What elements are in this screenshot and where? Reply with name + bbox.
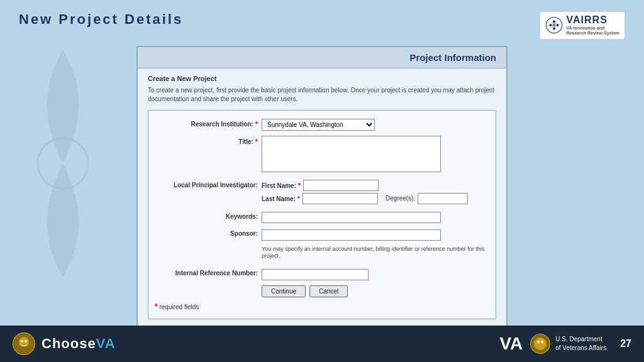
sponsor-label: Sponsor:: [155, 228, 262, 237]
ref-label: Internal Reference Number:: [155, 268, 262, 277]
degree-input[interactable]: [418, 193, 468, 204]
ref-note-field: You may specify an internal account numb…: [262, 246, 489, 263]
footer-right: VA U.S. Department of Veterans Affairs 2…: [499, 334, 631, 354]
logo-box: VAIRRS VA Innovation and Research Review…: [540, 11, 625, 40]
va-blue-text: VA: [96, 336, 116, 351]
svg-point-4: [552, 28, 555, 30]
svg-point-15: [534, 337, 547, 350]
ref-field: [262, 268, 489, 280]
main-content: Project Information Create a New Project…: [0, 46, 644, 327]
eagle-seal-icon: [13, 332, 35, 355]
keywords-label: Keywords:: [155, 211, 262, 220]
required-star-title: *: [255, 138, 258, 145]
form-description: To create a new project, first provide t…: [148, 86, 496, 104]
va-logo: VA: [499, 334, 523, 354]
degree-label: Degree(s):: [386, 195, 415, 202]
title-label: Title: *: [155, 136, 262, 145]
footer-dept: U.S. Department of Veterans Affairs: [530, 334, 606, 354]
dept-seal-svg: [530, 334, 550, 354]
svg-point-17: [541, 341, 543, 343]
svg-point-13: [25, 340, 27, 343]
logo-text-group: VAIRRS VA Innovation and Research Review…: [567, 14, 619, 36]
cancel-button[interactable]: Cancel: [309, 285, 348, 297]
title-textarea[interactable]: [262, 136, 441, 172]
page-footer: ChooseVA VA U.S. Department of Veterans …: [0, 326, 644, 362]
vairrs-logo-icon: [545, 16, 563, 34]
ref-row: Internal Reference Number:: [155, 268, 489, 280]
required-star-lastname: *: [297, 195, 300, 202]
choose-va-text: ChooseVA: [42, 336, 116, 352]
internal-ref-input[interactable]: [262, 269, 369, 280]
lpi-label: Local Principal Investigator:: [155, 180, 262, 189]
ref-note-row: You may specify an internal account numb…: [155, 246, 489, 263]
page-title: New Project Details: [19, 11, 183, 28]
last-name-input[interactable]: [303, 193, 378, 204]
form-subtitle: Create a New Project: [148, 75, 496, 82]
button-row: Continue Cancel: [262, 285, 489, 297]
form-inner: Research Institution: * Sunnydale VA, Wa…: [148, 110, 496, 319]
eagle-svg: [13, 332, 35, 355]
keywords-field: [262, 211, 489, 224]
ref-note-spacer: [155, 246, 262, 248]
firstname-label: First Name: *: [262, 182, 301, 189]
svg-point-16: [537, 341, 540, 343]
svg-point-2: [556, 24, 558, 26]
logo-sub1: VA Innovation and: [567, 26, 619, 31]
sponsor-input[interactable]: [262, 229, 441, 241]
form-outer: Project Information Create a New Project…: [136, 46, 508, 327]
research-institution-row: Research Institution: * Sunnydale VA, Wa…: [155, 118, 489, 131]
required-star-firstname: *: [298, 182, 301, 189]
svg-point-12: [21, 340, 23, 343]
required-note: * required fields: [155, 302, 489, 311]
continue-button[interactable]: Continue: [262, 285, 306, 297]
firstname-row: First Name: *: [262, 180, 489, 191]
title-field: [262, 136, 489, 175]
lpi-row: Local Principal Investigator: First Name…: [155, 180, 489, 206]
title-row: Title: *: [155, 136, 489, 175]
logo-brand: VAIRRS: [567, 14, 619, 26]
research-institution-select[interactable]: Sunnydale VA, Washington: [262, 119, 375, 131]
dept-seal-icon: [530, 334, 550, 354]
svg-point-3: [552, 21, 555, 23]
keywords-input[interactable]: [262, 212, 441, 223]
svg-point-1: [549, 24, 552, 26]
logo-sub2: Research Review System: [567, 31, 619, 36]
slide-number: 27: [620, 338, 631, 349]
research-institution-field: Sunnydale VA, Washington: [262, 118, 489, 131]
lastname-row: Last Name: * Degree(s):: [262, 193, 489, 204]
footer-left: ChooseVA: [13, 332, 116, 355]
required-star-institution: *: [255, 120, 258, 128]
research-institution-label: Research Institution: *: [155, 118, 262, 128]
required-star-note: *: [155, 302, 158, 311]
keywords-row: Keywords:: [155, 211, 489, 224]
logo-area: VAIRRS VA Innovation and Research Review…: [540, 11, 625, 40]
page-header: New Project Details VAIRRS VA Innovation…: [0, 0, 644, 46]
ref-note-text: You may specify an internal account numb…: [262, 246, 489, 260]
lastname-label: Last Name: *: [262, 195, 300, 202]
form-header: Project Information: [138, 47, 506, 69]
lpi-field: First Name: * Last Name: * Degree(s):: [262, 180, 489, 206]
first-name-input[interactable]: [303, 180, 379, 191]
form-body: Create a New Project To create a new pro…: [138, 69, 506, 326]
sponsor-row: Sponsor:: [155, 228, 489, 241]
dept-text: U.S. Department of Veterans Affairs: [555, 335, 606, 353]
sponsor-field: [262, 228, 489, 241]
